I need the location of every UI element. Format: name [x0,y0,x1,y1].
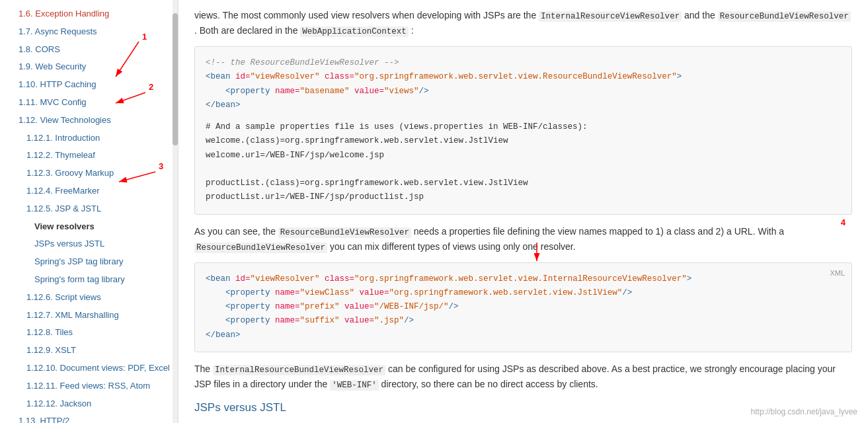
code-props-line: productList.(class)=org.springframework.… [206,176,841,190]
sidebar-item-1.12.9[interactable]: 1.12.9. XSLT [0,342,178,360]
code-props-line: # And a sample properties file is uses (… [206,120,841,134]
intro-text-1: views. The most commonly used view resol… [194,10,536,20]
code-block-2: XML <bean id="viewResolver" class="org.s… [194,262,852,352]
code-block-1-content: <!-- the ResourceBundleViewResolver --><… [206,56,841,205]
code-props-line: productList.url=/WEB-INF/jsp/productlist… [206,190,841,204]
sidebar-item-1.6[interactable]: 1.6. Exception Handling [0,5,178,23]
sidebar-item-1.12.5[interactable]: 1.12.5. JSP & JSTL [0,200,178,218]
code-props-line [206,163,841,176]
sidebar-item-1.12.12[interactable]: 1.12.12. Jackson [0,395,178,413]
intro-code-3: WebApplicationContext [300,26,409,37]
intro-and: and the [684,10,715,20]
sidebar-item-formtag[interactable]: Spring's form tag library [0,271,178,289]
sidebar-item-1.12.1[interactable]: 1.12.1. Introduction [0,130,178,147]
para2-code-2: ResourceBundleViewResolver [194,243,327,253]
sidebar-scrollbar-thumb[interactable] [173,13,178,145]
para2-text-2: needs a properties file defining the vie… [414,226,784,237]
para2-code-1: ResourceBundleViewResolver [278,227,411,238]
sidebar-item-1.12.2[interactable]: 1.12.2. Thymeleaf [0,147,178,165]
sidebar-item-1.12.10[interactable]: 1.12.10. Document views: PDF, Excel [0,360,178,377]
sidebar-scrollbar[interactable] [173,0,178,423]
sidebar-item-1.13[interactable]: 1.13. HTTP/2 [0,412,178,423]
code-block-2-wrapper: XML <bean id="viewResolver" class="org.s… [194,262,852,352]
para2-text-1: As you can see, the [194,226,276,237]
code-props-line: welcome.(class)=org.springframework.web.… [206,134,841,148]
para2-text-3: you can mix different types of views usi… [330,241,576,252]
intro-end: . Both are declared in the [194,25,297,36]
main-content: views. The most commonly used view resol… [178,0,868,423]
para3-text-1: The [194,364,210,374]
code-block-2-content: <bean id="viewResolver" class="org.sprin… [206,272,841,342]
sidebar-item-1.12.8[interactable]: 1.12.8. Tiles [0,324,178,342]
cb2-close-line: </bean> [206,328,841,342]
intro-paragraph: views. The most commonly used view resol… [194,8,852,38]
watermark: http://blog.csdn.net/java_lyvee [751,407,857,416]
cb2-prop3-line: <property name="suffix" value=".jsp"/> [206,314,841,328]
sidebar-item-jspsjstl[interactable]: JSPs versus JSTL [0,235,178,253]
para3-code-1: InternalResourceBundleViewResolver [213,365,385,375]
para3-code-2: 'WEB-INF' [330,380,379,391]
cb2-prop2-line: <property name="prefix" value="/WEB-INF/… [206,300,841,314]
sidebar-item-1.10[interactable]: 1.10. HTTP Caching [0,76,178,94]
code-comment: <!-- the ResourceBundleViewResolver --> [206,56,841,70]
sidebar-item-1.12.4[interactable]: 1.12.4. FreeMarker [0,182,178,200]
para-3: The InternalResourceBundleViewResolver c… [194,362,852,392]
code-close-line: </bean> [206,98,841,112]
sidebar-item-1.12[interactable]: 1.12. View Technologies [0,112,178,130]
annot-4-label: 4 [841,217,846,227]
sidebar-item-1.8[interactable]: 1.8. CORS [0,41,178,59]
intro-code-1: InternalResourceViewResolver [539,11,682,22]
para-4: When using the Java Standard Tag Library… [194,420,852,423]
cb2-bean-line: <bean id="viewResolver" class="org.sprin… [206,272,841,286]
para-2: As you can see, the ResourceBundleViewRe… [194,224,852,254]
code-bean-line: <bean id="viewResolver" class="org.sprin… [206,70,841,84]
intro-colon: : [411,25,414,36]
sidebar-item-1.9[interactable]: 1.9. Web Security [0,58,178,76]
sidebar-item-1.12.7[interactable]: 1.12.7. XML Marshalling [0,307,178,325]
cb2-prop1-line: <property name="viewClass" value="org.sp… [206,286,841,300]
sidebar: 1.6. Exception Handling1.7. Async Reques… [0,0,178,423]
code-property-line: <property name="basename" value="views"/… [206,85,841,98]
sidebar-item-jsptag[interactable]: Spring's JSP tag library [0,253,178,271]
sidebar-item-1.12.6[interactable]: 1.12.6. Script views [0,289,178,307]
code-props-block: # And a sample properties file is uses (… [206,120,841,205]
sidebar-item-1.7[interactable]: 1.7. Async Requests [0,23,178,41]
intro-code-2: ResourceBundleViewResolver [718,11,851,22]
para3-text-3: directory, so there can be no direct acc… [381,379,598,389]
sidebar-item-1.11[interactable]: 1.11. MVC Config [0,94,178,112]
code-props-line: welcome.url=/WEB-INF/jsp/welcome.jsp [206,149,841,163]
code-block-1: <!-- the ResourceBundleViewResolver --><… [194,46,852,215]
sidebar-item-1.12.11[interactable]: 1.12.11. Feed views: RSS, Atom [0,377,178,395]
sidebar-item-viewresolvers[interactable]: View resolvers [0,218,178,236]
xml-label: XML [830,267,845,280]
sidebar-item-1.12.3[interactable]: 1.12.3. Groovy Markup [0,165,178,182]
